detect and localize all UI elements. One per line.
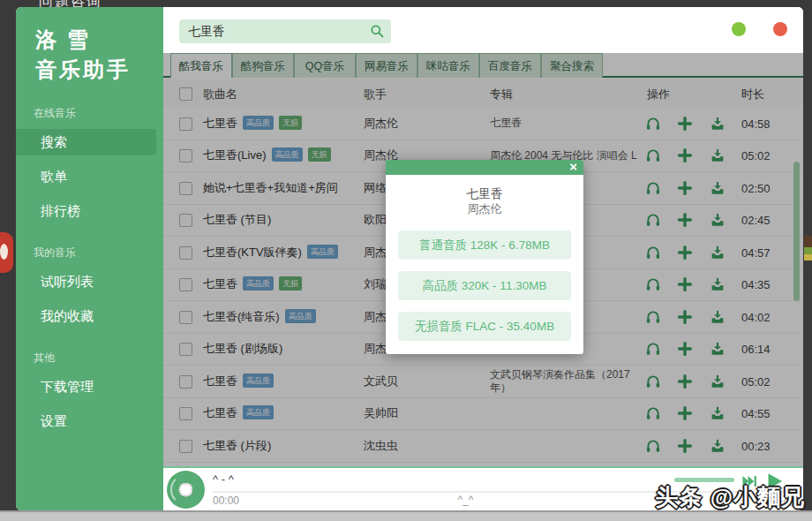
sidebar-section-label: 在线音乐 <box>34 106 163 121</box>
player-song-title: ^ - ^ <box>213 472 234 486</box>
dialog-song-artist: 周杰伦 <box>386 201 583 216</box>
quality-option-button[interactable]: 无损音质 FLAC - 35.40MB <box>398 312 571 341</box>
sidebar-item-设置[interactable]: 设置 <box>16 408 156 434</box>
minimize-button[interactable] <box>732 22 746 36</box>
search-input[interactable] <box>179 19 372 43</box>
player-current-time: 00:00 <box>213 495 239 507</box>
background-image-fragment-right <box>804 236 812 260</box>
app-title-line1: 洛雪 <box>35 25 163 55</box>
player-lyric: ^_^ <box>458 494 474 506</box>
watermark: 头条 @小麵兄 <box>655 482 805 513</box>
sidebar-item-歌单[interactable]: 歌单 <box>16 163 156 190</box>
quality-option-button[interactable]: 普通音质 128K - 6.78MB <box>398 230 571 260</box>
sidebar: 洛雪 音乐助手 在线音乐搜索歌单排行榜我的音乐试听列表我的收藏其他下载管理设置 <box>16 7 163 510</box>
sidebar-section-label: 其他 <box>34 351 163 366</box>
sidebar-item-试听列表[interactable]: 试听列表 <box>16 268 156 295</box>
close-window-button[interactable] <box>773 22 787 36</box>
app-title-line2: 音乐助手 <box>35 55 163 85</box>
vinyl-disc-icon <box>167 471 205 509</box>
dialog-options: 普通音质 128K - 6.78MB高品质 320K - 11.30MB无损音质… <box>386 230 583 341</box>
sidebar-item-下载管理[interactable]: 下载管理 <box>16 374 156 400</box>
download-quality-dialog: × 七里香 周杰伦 普通音质 128K - 6.78MB高品质 320K - 1… <box>386 160 583 354</box>
close-icon[interactable]: × <box>569 159 577 174</box>
search-box <box>179 19 391 43</box>
sidebar-item-排行榜[interactable]: 排行榜 <box>16 198 156 224</box>
app-title: 洛雪 音乐助手 <box>35 25 163 85</box>
search-icon[interactable] <box>370 24 385 39</box>
dialog-song-title: 七里香 <box>386 186 583 201</box>
sidebar-section-label: 我的音乐 <box>34 245 163 260</box>
dialog-header: × <box>386 160 583 175</box>
quality-option-button[interactable]: 高品质 320K - 11.30MB <box>398 271 571 300</box>
sidebar-item-我的收藏[interactable]: 我的收藏 <box>16 303 156 329</box>
search-row <box>163 7 803 53</box>
sidebar-item-搜索[interactable]: 搜索 <box>16 129 156 155</box>
background-image-fragment-left <box>0 232 13 273</box>
sidebar-menu: 在线音乐搜索歌单排行榜我的音乐试听列表我的收藏其他下载管理设置 <box>16 106 163 434</box>
app-window: 洛雪 音乐助手 在线音乐搜索歌单排行榜我的音乐试听列表我的收藏其他下载管理设置 … <box>16 7 803 510</box>
